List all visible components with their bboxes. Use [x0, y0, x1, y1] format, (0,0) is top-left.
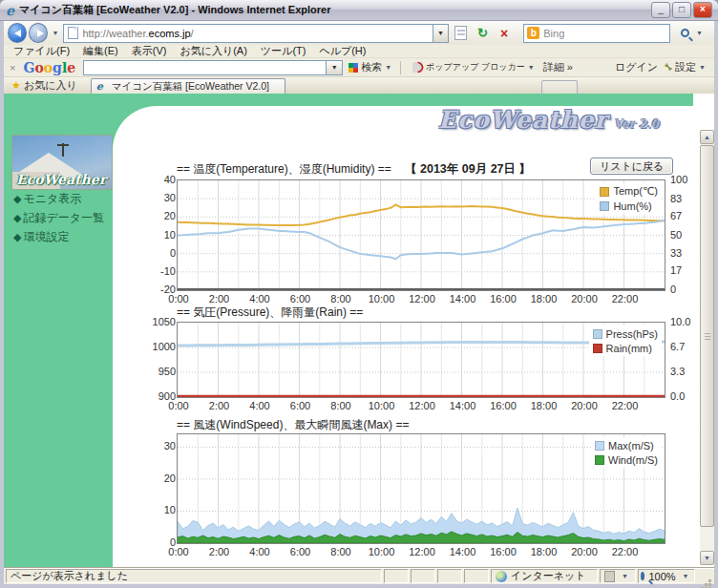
legend-swatch: [593, 329, 602, 339]
menu-edit[interactable]: 編集(E): [83, 44, 118, 58]
menu-bar: ファイル(F) 編集(E) 表示(V) お気に入り(A) ツール(T) ヘルプ(…: [4, 45, 714, 58]
zone-label: インターネット: [511, 569, 586, 583]
menu-tools[interactable]: ツール(T): [261, 44, 306, 58]
protected-mode-icon: [604, 571, 615, 582]
tab-ecoweather[interactable]: e マイコン百葉箱 [EcoWeather V2.0]: [91, 78, 285, 94]
compatibility-view-icon[interactable]: [454, 26, 467, 40]
chart-legend: Max(m/S)Wind(m/S): [591, 437, 662, 468]
x-axis-tick-label: 0:00: [158, 546, 200, 557]
toolbar-close-icon[interactable]: ×: [10, 62, 15, 74]
details-button[interactable]: 詳細 »: [543, 60, 573, 74]
sidebar-item-label: 記録データ一覧: [23, 210, 104, 226]
x-axis-tick-label: 8:00: [320, 546, 362, 557]
x-axis-tick-label: 0:00: [158, 293, 200, 304]
history-dropdown-icon[interactable]: ▼: [50, 30, 62, 36]
protected-mode-segment[interactable]: ▼: [600, 569, 636, 583]
new-tab-button[interactable]: [541, 80, 578, 94]
sidebar-item-label: モニタ表示: [23, 191, 81, 207]
security-zone[interactable]: インターネット: [491, 569, 598, 583]
left-axis-tick-label: 20: [122, 210, 176, 221]
google-search-input[interactable]: [83, 60, 327, 75]
maximize-button[interactable]: □: [672, 2, 691, 18]
chevron-down-icon[interactable]: ▼: [382, 64, 394, 71]
search-dropdown-icon[interactable]: ▼: [693, 30, 706, 36]
left-axis-tick-label: 1050: [122, 316, 176, 327]
legend-entry: Max(m/S): [595, 438, 658, 452]
favorites-bar: ★ お気に入り e マイコン百葉箱 [EcoWeather V2.0]: [4, 77, 714, 94]
google-search-button[interactable]: 検索 ▼: [348, 60, 394, 74]
login-button[interactable]: ログイン: [615, 60, 658, 74]
scroll-up-button[interactable]: ▲: [700, 130, 714, 144]
chevron-down-icon[interactable]: ▼: [525, 64, 538, 71]
vertical-scrollbar[interactable]: ▲ ▼: [700, 130, 714, 565]
x-axis-tick-label: 4:00: [239, 400, 281, 411]
left-axis-tick-label: 10: [122, 504, 176, 515]
sidebar-item-monitor[interactable]: ◆モニタ表示: [13, 189, 104, 208]
minimize-button[interactable]: _: [651, 2, 670, 18]
x-axis-tick-label: 10:00: [361, 546, 403, 557]
menu-help[interactable]: ヘルプ(H): [319, 44, 366, 58]
menu-view[interactable]: 表示(V): [132, 44, 167, 58]
x-axis-tick-label: 12:00: [401, 400, 443, 411]
x-axis-tick-label: 22:00: [604, 546, 646, 557]
ie-logo-icon: e: [6, 4, 14, 17]
forward-button[interactable]: [29, 23, 48, 43]
plot-area: Temp(℃)Hum(%): [177, 179, 665, 291]
window-title: マイコン百葉箱 [EcoWeather V2.0] - Windows Inte…: [19, 3, 651, 17]
star-icon: ★: [11, 79, 21, 92]
popup-blocker-button[interactable]: ポップアップ ブロッカー ▼: [412, 61, 538, 74]
window-frame: ▼ http://weather.ecoms.jp/ ▼ ↻ × b Bing …: [0, 21, 718, 588]
scroll-down-button[interactable]: ▼: [700, 551, 714, 565]
ecoweather-brand-logo: EcoWeatherVer 2.0: [438, 106, 659, 134]
title-bar[interactable]: e マイコン百葉箱 [EcoWeather V2.0] - Windows In…: [0, 0, 718, 21]
left-axis-tick-label: 0: [122, 247, 176, 259]
search-input[interactable]: b Bing: [523, 24, 670, 43]
google-input-dropdown[interactable]: ▼: [327, 60, 343, 75]
google-search-icon: [348, 63, 358, 73]
search-go-button[interactable]: ▼: [676, 27, 710, 39]
sidebar-item-records[interactable]: ◆記録データ一覧: [13, 208, 104, 227]
settings-button[interactable]: 🔧︎ 設定 ▼: [664, 60, 708, 74]
legend-entry: Press(hPs): [593, 326, 658, 341]
plot-canvas: [178, 180, 665, 290]
brand-main-text: EcoWeather: [438, 106, 608, 134]
status-bar: ページが表示されました インターネット ▼ 100% ▼: [4, 567, 714, 584]
x-axis-tick-label: 20:00: [563, 546, 605, 557]
chart-title: == 温度(Temperature)、湿度(Humidity) ==: [177, 161, 391, 178]
bing-icon: b: [527, 27, 539, 39]
google-letter: o: [34, 60, 43, 75]
legend-swatch: [600, 187, 609, 197]
refresh-button[interactable]: ↻: [473, 24, 493, 43]
x-axis-tick-label: 22:00: [604, 400, 646, 411]
menu-file[interactable]: ファイル(F): [13, 44, 70, 58]
x-axis-tick-label: 14:00: [442, 400, 484, 411]
stop-button[interactable]: ×: [495, 24, 515, 43]
zoom-control[interactable]: 100% ▼: [638, 569, 695, 583]
tab-title: マイコン百葉箱 [EcoWeather V2.0]: [112, 80, 269, 94]
left-axis-tick-label: 30: [122, 440, 176, 452]
scrollbar-thumb[interactable]: [700, 145, 714, 527]
favorites-button[interactable]: ★ お気に入り: [10, 78, 83, 94]
chevron-down-icon[interactable]: ▼: [680, 573, 692, 579]
chevron-down-icon[interactable]: ▼: [619, 573, 631, 579]
back-to-list-button[interactable]: リストに戻る: [590, 158, 673, 175]
chart-title: == 風速(WindSpeed)、最大瞬間風速(Max) ==: [177, 417, 409, 433]
sidebar-item-settings[interactable]: ◆環境設定: [13, 227, 104, 246]
legend-swatch: [600, 201, 609, 211]
address-dropdown-button[interactable]: ▼: [433, 24, 449, 43]
chevron-down-icon[interactable]: ▼: [696, 64, 708, 71]
status-segment: [464, 569, 489, 583]
details-label: 詳細 »: [543, 60, 573, 74]
resize-grip[interactable]: [699, 570, 712, 583]
status-segment: [411, 569, 435, 583]
back-button[interactable]: [8, 23, 27, 43]
menu-favorites[interactable]: お気に入り(A): [180, 44, 246, 58]
x-axis-tick-label: 0:00: [158, 400, 200, 411]
chart-legend: Temp(℃)Hum(%): [596, 183, 662, 214]
x-axis-tick-label: 16:00: [482, 293, 524, 304]
x-axis-tick-label: 12:00: [401, 293, 443, 304]
address-input[interactable]: http://weather.ecoms.jp/: [63, 24, 433, 43]
diamond-icon: ◆: [13, 193, 21, 205]
close-button[interactable]: ×: [693, 2, 712, 18]
x-axis-tick-label: 20:00: [563, 293, 605, 304]
